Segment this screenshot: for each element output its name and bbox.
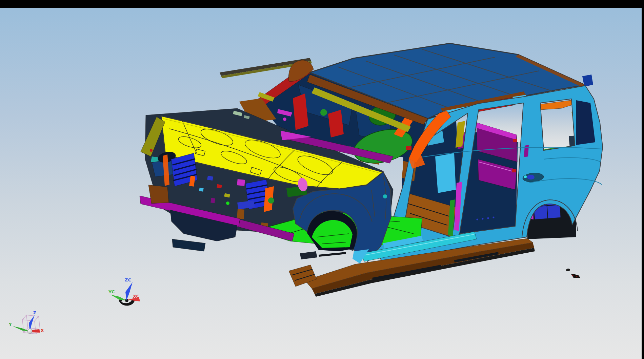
wcs-z-label: ZC bbox=[125, 277, 131, 282]
fender-teal-dot bbox=[383, 194, 387, 198]
front-brown-bracket bbox=[148, 185, 169, 204]
abs-origin-sphere bbox=[27, 329, 32, 334]
cad-application-window: ZC YC XC Z Y X bbox=[0, 0, 644, 359]
wcs-x-label: XC bbox=[133, 294, 139, 299]
wcs-y-label: YC bbox=[108, 289, 115, 294]
right-black-bar bbox=[642, 0, 644, 359]
abs-x-label: X bbox=[41, 328, 44, 333]
c-pillar-purple-bit bbox=[524, 145, 529, 157]
abs-y-label: Y bbox=[8, 322, 12, 327]
viewport-3d[interactable]: ZC YC XC Z Y X bbox=[0, 0, 644, 359]
top-black-bar bbox=[0, 0, 644, 8]
abs-z-label: Z bbox=[33, 311, 36, 315]
